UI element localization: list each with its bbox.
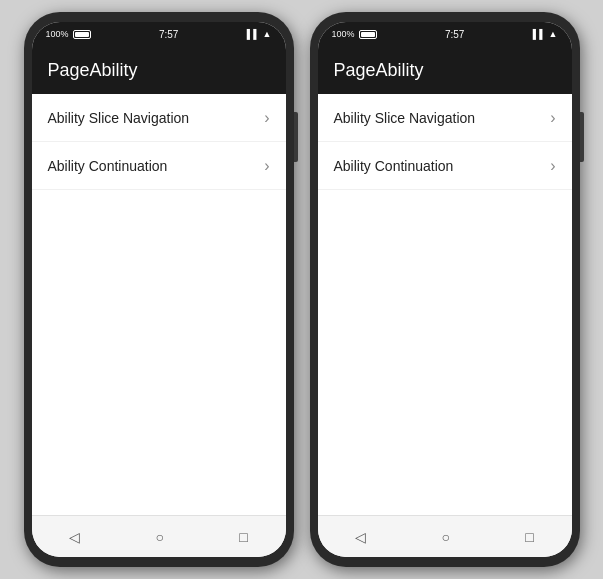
back-button-left[interactable]: ◁ xyxy=(69,529,80,545)
home-button-left[interactable]: ○ xyxy=(156,529,164,545)
battery-fill-left xyxy=(75,32,89,37)
home-button-right[interactable]: ○ xyxy=(442,529,450,545)
battery-fill-right xyxy=(361,32,375,37)
signal-left: ▌▌ xyxy=(247,29,260,39)
app-title-left: PageAbility xyxy=(48,60,138,81)
nav-bar-right: ◁ ○ □ xyxy=(318,515,572,557)
status-bar-right: 100% 7:57 ▌▌ ▲ xyxy=(318,22,572,46)
list-item-slice-nav-label-right: Ability Slice Navigation xyxy=(334,110,476,126)
nav-bar-left: ◁ ○ □ xyxy=(32,515,286,557)
chevron-right-continuation-left: › xyxy=(264,157,269,175)
battery-left xyxy=(73,30,91,39)
recent-button-right[interactable]: □ xyxy=(525,529,533,545)
time-right: 7:57 xyxy=(445,29,464,40)
wifi-right: ▲ xyxy=(549,29,558,39)
chevron-right-slice-left: › xyxy=(264,109,269,127)
chevron-right-continuation-right: › xyxy=(550,157,555,175)
time-left: 7:57 xyxy=(159,29,178,40)
status-left-icons: 100% xyxy=(46,29,91,39)
status-right-icons: 100% xyxy=(332,29,377,39)
app-bar-left: PageAbility xyxy=(32,46,286,94)
phone-right: 100% 7:57 ▌▌ ▲ PageAbility Ability Slic xyxy=(310,12,580,567)
phone-left: 100% 7:57 ▌▌ ▲ PageAbility Ability Slic xyxy=(24,12,294,567)
phone-left-screen: 100% 7:57 ▌▌ ▲ PageAbility Ability Slic xyxy=(32,22,286,557)
status-icons-left: ▌▌ ▲ xyxy=(247,29,272,39)
signal-right: ▌▌ xyxy=(533,29,546,39)
status-bar-left: 100% 7:57 ▌▌ ▲ xyxy=(32,22,286,46)
wifi-left: ▲ xyxy=(263,29,272,39)
recent-button-left[interactable]: □ xyxy=(239,529,247,545)
list-item-continuation-right[interactable]: Ability Continuation › xyxy=(318,142,572,190)
list-item-slice-nav-right[interactable]: Ability Slice Navigation › xyxy=(318,94,572,142)
chevron-right-slice-right: › xyxy=(550,109,555,127)
back-button-right[interactable]: ◁ xyxy=(355,529,366,545)
list-item-continuation-label-left: Ability Continuation xyxy=(48,158,168,174)
list-item-slice-nav-label-left: Ability Slice Navigation xyxy=(48,110,190,126)
app-title-right: PageAbility xyxy=(334,60,424,81)
phones-container: 100% 7:57 ▌▌ ▲ PageAbility Ability Slic xyxy=(24,12,580,567)
content-left: Ability Slice Navigation › Ability Conti… xyxy=(32,94,286,515)
list-item-continuation-label-right: Ability Continuation xyxy=(334,158,454,174)
list-item-continuation-left[interactable]: Ability Continuation › xyxy=(32,142,286,190)
app-bar-right: PageAbility xyxy=(318,46,572,94)
list-item-slice-nav-left[interactable]: Ability Slice Navigation › xyxy=(32,94,286,142)
content-right: Ability Slice Navigation › Ability Conti… xyxy=(318,94,572,515)
battery-percent-right: 100% xyxy=(332,29,355,39)
status-icons-right: ▌▌ ▲ xyxy=(533,29,558,39)
battery-right xyxy=(359,30,377,39)
battery-percent-left: 100% xyxy=(46,29,69,39)
phone-right-screen: 100% 7:57 ▌▌ ▲ PageAbility Ability Slic xyxy=(318,22,572,557)
